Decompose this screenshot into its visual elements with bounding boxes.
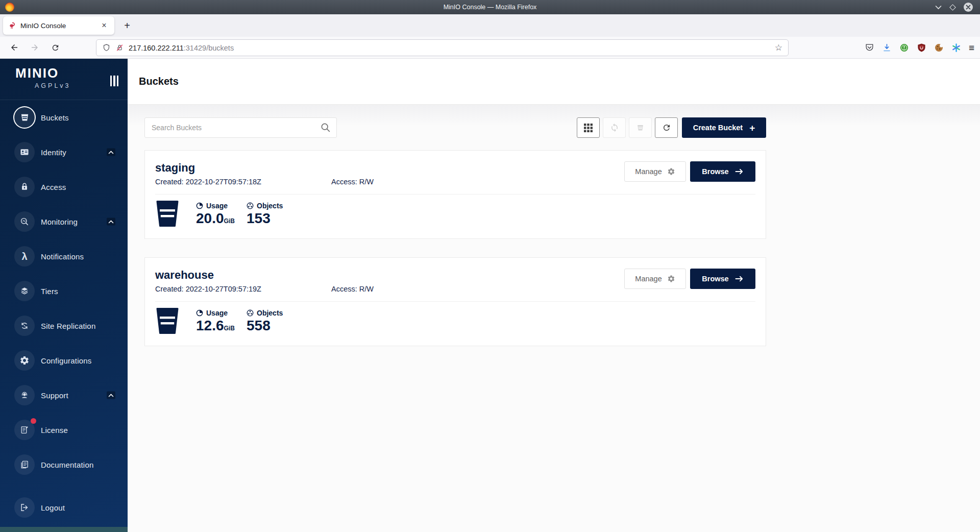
monitoring-icon xyxy=(19,216,30,227)
usage-pie-icon xyxy=(196,202,203,209)
logout-icon xyxy=(19,502,30,513)
minio-logo: MINIO AGPLv3 xyxy=(0,59,128,100)
refresh-buckets-button[interactable] xyxy=(655,117,678,138)
bucket-small-icon xyxy=(636,124,645,132)
objects-icon xyxy=(247,202,254,209)
usage-stat: Usage 12.6GiB xyxy=(196,308,247,334)
reload-button[interactable] xyxy=(48,40,62,55)
cookie-extension-icon[interactable] xyxy=(934,43,944,53)
arrow-right-icon xyxy=(735,168,744,175)
sidebar-item-monitoring[interactable]: Monitoring xyxy=(0,204,128,239)
search-input[interactable] xyxy=(144,117,337,138)
sidebar-item-buckets[interactable]: Buckets xyxy=(0,100,128,135)
tab-bar: MinIO Console × + xyxy=(0,14,980,37)
buckets-toolbar: Create Bucket + xyxy=(144,117,766,138)
window-close-button[interactable] xyxy=(964,3,973,12)
search-icon xyxy=(320,122,331,133)
manage-label: Manage xyxy=(635,275,662,283)
window-minimize-button[interactable] xyxy=(935,5,942,10)
license-alert-badge xyxy=(31,418,36,424)
chevron-up-icon[interactable] xyxy=(107,392,115,399)
sidebar: MINIO AGPLv3 Buckets Identity Access Mon… xyxy=(0,59,128,532)
sidebar-item-access[interactable]: Access xyxy=(0,170,128,204)
create-bucket-button[interactable]: Create Bucket + xyxy=(682,117,766,138)
id-card-icon xyxy=(19,147,30,157)
browse-label: Browse xyxy=(702,275,728,283)
sidebar-item-label: Documentation xyxy=(41,461,94,469)
sidebar-item-logout[interactable]: Logout xyxy=(0,490,128,525)
layers-icon xyxy=(19,286,30,296)
sidebar-item-site-replication[interactable]: Site Replication xyxy=(0,308,128,343)
desktop-edge-strip xyxy=(0,527,128,532)
pocket-icon[interactable] xyxy=(865,43,874,53)
bucket-access: Access: R/W xyxy=(331,178,374,186)
lambda-icon: λ xyxy=(21,251,27,261)
browse-button[interactable]: Browse xyxy=(690,161,755,182)
bucket-large-icon xyxy=(156,308,179,334)
close-icon xyxy=(966,5,971,10)
url-path: :31429/buckets xyxy=(184,44,234,52)
chevron-up-icon[interactable] xyxy=(107,218,115,226)
sidebar-item-label: Buckets xyxy=(41,113,69,122)
sidebar-item-identity[interactable]: Identity xyxy=(0,135,128,170)
manage-button[interactable]: Manage xyxy=(624,269,686,289)
grid-view-button[interactable] xyxy=(577,117,600,138)
support-icon xyxy=(19,390,30,400)
sidebar-collapse-icon[interactable] xyxy=(110,76,119,86)
grid-icon xyxy=(584,124,593,132)
main-content: Buckets xyxy=(128,59,980,532)
arrow-right-icon xyxy=(735,275,744,282)
back-button[interactable] xyxy=(7,40,21,55)
objects-label: Objects xyxy=(257,202,283,210)
window-maximize-button[interactable] xyxy=(950,5,955,10)
objects-label: Objects xyxy=(257,309,283,317)
gear-icon xyxy=(19,355,30,366)
shield-icon[interactable] xyxy=(102,43,111,52)
gear-icon xyxy=(667,275,675,283)
new-tab-button[interactable]: + xyxy=(119,18,135,33)
hamburger-menu-icon[interactable]: ≡ xyxy=(969,42,974,54)
tab-title: MinIO Console xyxy=(20,22,95,30)
browse-button[interactable]: Browse xyxy=(690,269,755,289)
sidebar-item-documentation[interactable]: Documentation xyxy=(0,447,128,482)
url-text: 217.160.222.211:31429/buckets xyxy=(129,44,770,52)
manage-button[interactable]: Manage xyxy=(624,161,686,182)
refresh-icon xyxy=(662,123,671,132)
gear-icon xyxy=(667,167,675,176)
sidebar-item-support[interactable]: Support xyxy=(0,378,128,413)
lock-insecure-icon[interactable] xyxy=(115,43,124,52)
chevron-up-icon[interactable] xyxy=(107,149,115,156)
download-icon[interactable] xyxy=(882,43,892,53)
url-bar[interactable]: 217.160.222.211:31429/buckets ☆ xyxy=(96,39,789,56)
usage-unit: GiB xyxy=(224,217,235,225)
usage-label: Usage xyxy=(206,202,228,210)
sidebar-item-label: Support xyxy=(41,391,68,400)
page-title: Buckets xyxy=(139,76,179,87)
back-arrow-icon xyxy=(10,43,19,52)
tab-close-button[interactable]: × xyxy=(99,20,109,31)
sidebar-item-license[interactable]: License xyxy=(0,413,128,447)
sidebar-item-label: License xyxy=(41,426,68,434)
tab-minio-console[interactable]: MinIO Console × xyxy=(3,16,114,35)
objects-stat: Objects 558 xyxy=(247,308,297,334)
manage-label: Manage xyxy=(635,167,662,176)
sidebar-item-configurations[interactable]: Configurations xyxy=(0,343,128,378)
reload-icon xyxy=(51,43,60,52)
objects-stat: Objects 153 xyxy=(247,201,297,227)
asterisk-extension-icon[interactable] xyxy=(951,43,961,53)
sidebar-menu: Buckets Identity Access Monitoring λ Not… xyxy=(0,100,128,525)
bookmark-star-icon[interactable]: ☆ xyxy=(775,42,782,53)
diamond-icon xyxy=(949,4,956,11)
sidebar-item-notifications[interactable]: λ Notifications xyxy=(0,239,128,274)
sidebar-item-tiers[interactable]: Tiers xyxy=(0,274,128,308)
page-header: Buckets xyxy=(128,59,980,105)
extension-green-icon[interactable] xyxy=(899,43,909,53)
bucket-card-warehouse: warehouse Created: 2022-10-27T09:57:19Z … xyxy=(144,257,766,346)
usage-label: Usage xyxy=(206,309,228,317)
usage-stat: Usage 20.0GiB xyxy=(196,201,247,227)
browser-toolbar: 217.160.222.211:31429/buckets ☆ ≡ xyxy=(0,37,980,59)
bucket-icon xyxy=(19,112,30,123)
ublock-origin-icon[interactable] xyxy=(917,43,926,53)
objects-icon xyxy=(247,309,254,317)
url-host: 217.160.222.211 xyxy=(129,44,184,52)
